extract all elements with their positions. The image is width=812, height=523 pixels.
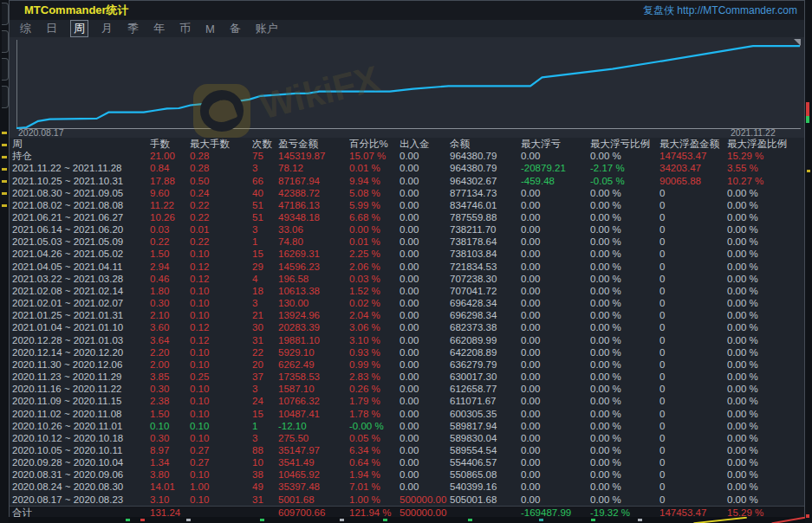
table-cell: 0.00 % bbox=[590, 481, 659, 493]
table-row[interactable]: 2020.11.02 ~ 2020.11.081.500.101510487.4… bbox=[10, 407, 804, 419]
menu-item-10[interactable]: 账户 bbox=[254, 21, 280, 36]
table-cell: 707041.72 bbox=[450, 285, 521, 297]
table-row[interactable]: 2021.04.26 ~ 2021.05.021.500.101516269.3… bbox=[10, 248, 804, 260]
table-cell: 0 bbox=[659, 456, 727, 468]
table-cell: 145319.87 bbox=[278, 150, 349, 162]
table-cell: 0.28 bbox=[190, 162, 252, 174]
table-cell: 1.00 % bbox=[349, 494, 400, 506]
table-row[interactable]: 2021.05.03 ~ 2021.05.090.220.22174.800.0… bbox=[10, 236, 804, 248]
table-row[interactable]: 2021.08.02 ~ 2021.08.0811.220.225147186.… bbox=[10, 199, 804, 211]
table-cell: 1.52 % bbox=[349, 285, 400, 297]
background-toolbar-button bbox=[2, 58, 9, 81]
table-cell: 0 bbox=[659, 236, 727, 248]
table-cell: 2021.03.22 ~ 2021.03.28 bbox=[12, 273, 150, 285]
menu-item-8[interactable]: M bbox=[204, 23, 217, 36]
table-cell: 0 bbox=[659, 481, 727, 493]
table-cell: 15 bbox=[252, 408, 278, 420]
table-cell: 2021.04.26 ~ 2021.05.02 bbox=[12, 248, 150, 260]
table-cell: 10.27 % bbox=[727, 175, 804, 187]
table-cell: 0.00 bbox=[400, 444, 450, 456]
table-cell: 19881.10 bbox=[278, 334, 349, 346]
table-row[interactable]: 2020.08.24 ~ 2020.08.3014.011.004935397.… bbox=[10, 481, 804, 493]
table-row[interactable]: 2020.12.28 ~ 2021.01.033.640.123119881.1… bbox=[10, 334, 804, 346]
table-cell: 0.00 % bbox=[727, 236, 804, 248]
table-cell: 0.00 % bbox=[727, 371, 804, 383]
background-tick bbox=[2, 180, 7, 183]
table-row[interactable]: 2021.01.04 ~ 2021.01.103.600.123020283.3… bbox=[10, 321, 804, 333]
table-cell: 0.27 bbox=[190, 444, 252, 456]
table-cell: 37 bbox=[252, 371, 278, 383]
background-yellow-line bbox=[693, 517, 747, 523]
table-row[interactable]: 2021.06.21 ~ 2021.06.2710.260.225149348.… bbox=[10, 211, 804, 223]
table-cell: 51 bbox=[252, 211, 278, 223]
table-row[interactable]: 持仓21.000.2875145319.8715.07 %0.00964380.… bbox=[10, 150, 804, 162]
table-row[interactable]: 2020.10.05 ~ 2020.10.118.970.278835147.9… bbox=[10, 444, 804, 456]
table-cell: 0 bbox=[659, 408, 727, 420]
table-cell: 0.00 bbox=[521, 432, 590, 444]
screen: MTCommander统计 复盘侠 http://MTCommander.com… bbox=[0, 0, 812, 523]
table-cell: 最大浮亏 bbox=[521, 138, 590, 150]
table-row[interactable]: 2021.03.22 ~ 2021.03.280.460.124196.580.… bbox=[10, 273, 804, 285]
table-cell: 0.00 % bbox=[590, 285, 659, 297]
table-row[interactable]: 2021.02.01 ~ 2021.02.070.300.103130.000.… bbox=[10, 297, 804, 309]
table-cell: 721834.53 bbox=[450, 261, 521, 273]
table-cell: 0.00 bbox=[400, 273, 450, 285]
background-mark bbox=[591, 519, 595, 521]
table-cell: 最大手数 bbox=[190, 138, 252, 150]
table-row[interactable]: 2020.10.26 ~ 2020.11.010.100.101-12.10-0… bbox=[10, 420, 804, 432]
menu-item-4[interactable]: 月 bbox=[100, 21, 114, 36]
table-cell: 40 bbox=[252, 187, 278, 199]
table-cell: 31 bbox=[252, 494, 278, 506]
table-row[interactable]: 2020.11.23 ~ 2020.11.293.850.253717358.5… bbox=[10, 371, 804, 383]
menu-item-9[interactable]: 备 bbox=[228, 21, 243, 36]
table-cell: 0 bbox=[659, 420, 727, 432]
menu-item-3[interactable]: 周 bbox=[70, 20, 88, 37]
table-cell: 0.00 % bbox=[727, 444, 804, 456]
table-row[interactable]: 2021.11.22 ~ 2021.11.280.840.28378.120.0… bbox=[10, 162, 804, 174]
table-header-row[interactable]: 周手数最大手数次数盈亏金额百分比%出入金余额最大浮亏最大浮亏比例最大浮盈金额最大… bbox=[10, 138, 804, 150]
table-cell: 964380.79 bbox=[450, 150, 521, 162]
menu-item-6[interactable]: 年 bbox=[152, 21, 166, 36]
table-row[interactable]: 2021.10.25 ~ 2021.10.3117.880.506687167.… bbox=[10, 174, 804, 186]
table-row[interactable]: 2021.08.30 ~ 2021.09.059.600.244042388.7… bbox=[10, 187, 804, 199]
table-cell: 2020.10.12 ~ 2020.10.18 bbox=[12, 432, 150, 444]
table-row[interactable]: 2020.11.09 ~ 2020.11.152.380.102410766.3… bbox=[10, 395, 804, 407]
table-cell: 0.00 % bbox=[590, 468, 659, 481]
table-row[interactable]: 2021.06.14 ~ 2021.06.200.030.01333.060.0… bbox=[10, 223, 804, 236]
table-cell: 0.93 % bbox=[349, 346, 400, 358]
table-row[interactable]: 2020.11.30 ~ 2020.12.062.000.10206262.49… bbox=[10, 358, 804, 371]
table-cell: 636279.79 bbox=[450, 358, 521, 371]
menu-item-7[interactable]: 币 bbox=[178, 21, 192, 36]
table-cell: 29 bbox=[252, 261, 278, 273]
table-row[interactable]: 2020.09.28 ~ 2020.10.041.340.27103541.49… bbox=[10, 456, 804, 468]
table-cell: 0.00 bbox=[400, 432, 450, 444]
table-row[interactable]: 2021.02.08 ~ 2021.02.141.800.101810613.3… bbox=[10, 285, 804, 297]
background-mark bbox=[539, 519, 543, 521]
table-cell: 0.22 bbox=[190, 211, 252, 223]
table-cell: 78.12 bbox=[278, 162, 349, 174]
table-cell: 0.00 % bbox=[590, 420, 659, 432]
table-row[interactable]: 2020.11.16 ~ 2020.11.220.300.1031587.100… bbox=[10, 383, 804, 395]
table-cell: 1587.10 bbox=[278, 383, 349, 395]
table-row[interactable]: 2020.08.17 ~ 2020.08.233.100.10315001.68… bbox=[10, 494, 804, 506]
table-cell: 0.00 % bbox=[590, 187, 659, 199]
table-row[interactable]: 2021.04.05 ~ 2021.04.112.940.122914596.2… bbox=[10, 261, 804, 273]
menu-item-1[interactable]: 综 bbox=[18, 21, 33, 36]
table-cell: 0.10 bbox=[190, 432, 252, 444]
table-row[interactable]: 2020.08.31 ~ 2020.09.063.800.103810465.9… bbox=[10, 468, 804, 481]
table-cell: 0.00 bbox=[400, 223, 450, 236]
table-cell: 0.02 % bbox=[349, 297, 400, 309]
table-cell: 盈亏金额 bbox=[278, 138, 349, 150]
table-row[interactable]: 2020.12.14 ~ 2020.12.202.200.10225929.10… bbox=[10, 346, 804, 358]
table-row[interactable]: 2020.10.12 ~ 2020.10.180.300.103275.500.… bbox=[10, 432, 804, 444]
menu-item-5[interactable]: 季 bbox=[126, 21, 140, 36]
table-cell: 0.03 % bbox=[349, 273, 400, 285]
table-row[interactable]: 2021.01.25 ~ 2021.01.312.100.102113924.9… bbox=[10, 309, 804, 321]
table-cell: 0.10 bbox=[190, 248, 252, 260]
table-cell: 0.00 bbox=[521, 383, 590, 395]
background-mark bbox=[126, 519, 130, 521]
brand-link[interactable]: 复盘侠 http://MTCommander.com bbox=[643, 3, 797, 18]
chart-start-date: 2020.08.17 bbox=[18, 127, 64, 138]
table-cell: 0.00 bbox=[400, 358, 450, 371]
menu-item-2[interactable]: 日 bbox=[44, 21, 59, 36]
